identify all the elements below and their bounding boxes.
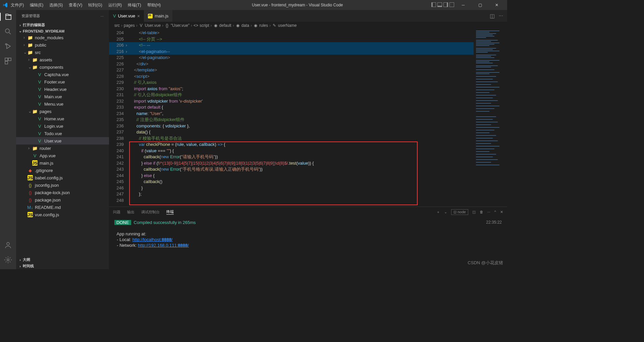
breadcrumb-item[interactable]: userName [278,23,297,28]
layout-icon[interactable] [437,2,442,8]
terminal-content[interactable]: DONECompiled successfully in 265ms22:35:… [109,217,507,269]
svg-rect-48 [476,116,496,117]
tree-item[interactable]: VUser.vue [16,137,109,145]
layout-icon[interactable] [431,2,436,8]
menu-item[interactable]: 查看(V) [66,1,85,9]
account-icon[interactable] [4,241,12,249]
code-line: // 引入axios [129,79,474,86]
svg-rect-23 [476,56,491,57]
terminal-tab[interactable]: 终端 [166,209,174,215]
breadcrumb-item[interactable]: pages [124,23,135,28]
split-terminal-icon[interactable]: ◫ [472,210,476,214]
extensions-icon[interactable] [4,57,12,65]
tree-item[interactable]: VApp.vue [16,152,109,159]
menu-item[interactable]: 转到(G) [86,1,105,9]
window-title: User.vue - frontend_mydream - Visual Stu… [163,3,431,7]
section-open-editors[interactable]: ›打开的编辑器 [16,22,109,28]
tree-item[interactable]: ›📁assets [16,56,109,63]
svg-rect-18 [476,48,496,49]
menu-item[interactable]: 选择(S) [47,1,65,9]
network-url[interactable]: http://192.168.0.111:8888/ [138,243,189,248]
terminal-tab[interactable]: 输出 [127,210,135,215]
maximize-panel-icon[interactable]: ^ [494,210,496,214]
section-timeline[interactable]: ›时间线 [16,263,109,269]
tree-item[interactable]: VFooter.vue [16,78,109,86]
terminal-tab[interactable]: 调试控制台 [141,210,160,215]
section-outline[interactable]: ›大纲 [16,256,109,263]
file-icon: {} [28,197,33,203]
code-line: components: { vdistpicker }, [129,123,474,129]
line-number: 242 [109,160,124,167]
new-terminal-icon[interactable]: ＋ [436,210,440,215]
local-url[interactable]: http://localhost:8888/ [132,237,172,242]
tree-item[interactable]: {}package.json [16,196,109,204]
trash-icon[interactable]: 🗑 [480,210,483,214]
svg-rect-13 [476,40,498,41]
close-tab-icon[interactable]: × [137,13,140,19]
file-icon: JS [148,14,153,18]
editor-tab[interactable]: VUser.vue× [109,10,144,22]
section-project[interactable]: ⌄FRONTEND_MYDREAM [16,28,109,34]
editor-tab[interactable]: JSmain.js [144,10,172,22]
svg-rect-3 [8,58,11,61]
breadcrumb-item[interactable]: "User.vue" [171,23,190,28]
chevron-down-icon[interactable]: ⌄ [444,210,447,214]
split-editor-icon[interactable]: ◫ [490,13,495,19]
layout-icon[interactable] [449,2,454,8]
explorer-icon[interactable] [0,13,16,21]
menu-item[interactable]: 帮助(H) [145,1,164,9]
maximize-button[interactable]: ▢ [472,0,488,10]
tree-item[interactable]: VLogin.vue [16,122,109,130]
tree-item[interactable]: JSvue.config.js [16,211,109,218]
file-icon: JS [28,175,33,180]
menu-item[interactable]: 文件(F) [8,1,26,9]
search-icon[interactable] [4,27,12,36]
breadcrumb-item[interactable]: script [200,23,209,28]
breadcrumb-item[interactable]: User.vue [145,23,161,28]
tree-item[interactable]: VHeader.vue [16,86,109,93]
close-button[interactable]: ✕ [489,0,504,10]
tree-item[interactable]: VCaptcha.vue [16,71,109,78]
svg-rect-51 [476,124,491,125]
terminal-tab[interactable]: 问题 [113,210,120,215]
more-icon[interactable]: ··· [499,13,503,19]
code-area[interactable]: 204205206›216›22522622722822923023123223… [109,29,507,207]
code-content[interactable]: </el-table> <!-- 分页 --> <!-- ··· <el-pag… [129,29,474,207]
minimize-button[interactable]: ─ [455,0,471,10]
tree-item[interactable]: {}package-lock.json [16,189,109,196]
svg-rect-49 [476,119,493,120]
menu-item[interactable]: 终端(T) [125,1,144,9]
tree-item[interactable]: ›📁node_modules [16,34,109,41]
breadcrumb-item[interactable]: data [241,23,249,28]
sidebar-more-icon[interactable]: ··· [101,14,104,18]
breadcrumb-item[interactable]: default [219,23,231,28]
settings-icon[interactable] [4,256,12,264]
tree-item[interactable]: ⌄📁pages [16,108,109,115]
tree-item[interactable]: M↓README.md [16,204,109,211]
tree-item[interactable]: ⌄📁components [16,63,109,71]
tree-item[interactable]: ⌄📁src [16,49,109,56]
svg-rect-40 [476,95,496,96]
tree-item[interactable]: VHome.vue [16,115,109,122]
file-icon: V [37,131,42,136]
breadcrumb[interactable]: src›pages›VUser.vue›{}"User.vue"›<>scrip… [109,22,507,29]
layout-icon[interactable] [443,2,448,8]
debug-icon[interactable] [4,42,12,50]
tree-item[interactable]: VMenu.vue [16,100,109,108]
tree-item[interactable]: ›📁router [16,145,109,152]
terminal-dropdown[interactable]: ⊡ node [451,209,468,215]
tree-item[interactable]: ◆.gitignore [16,167,109,174]
tree-item[interactable]: VTodo.vue [16,130,109,137]
tree-item[interactable]: VMain.vue [16,93,109,100]
tree-item[interactable]: JSbabel.config.js [16,174,109,181]
menu-item[interactable]: 编辑(E) [27,1,46,9]
tree-item[interactable]: ›📁public [16,41,109,49]
tree-item[interactable]: {}jsconfig.json [16,181,109,189]
tree-item[interactable]: JSmain.js [16,159,109,167]
breadcrumb-item[interactable]: rules [259,23,268,28]
more-icon[interactable]: ··· [487,210,490,214]
close-panel-icon[interactable]: ✕ [500,210,503,214]
minimap[interactable] [474,29,507,207]
breadcrumb-item[interactable]: src [114,23,120,28]
menu-item[interactable]: 运行(R) [106,1,125,9]
